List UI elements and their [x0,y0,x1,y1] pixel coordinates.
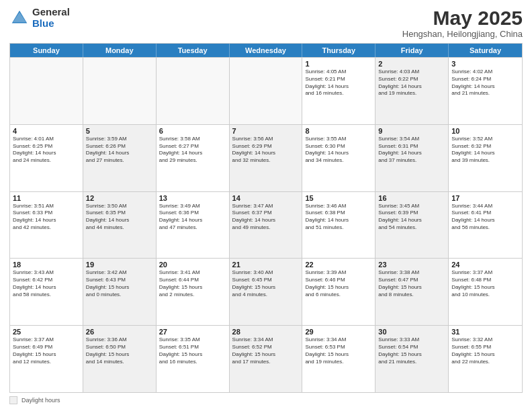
calendar-row-3: 18Sunrise: 3:43 AM Sunset: 6:42 PM Dayli… [10,258,522,325]
cell-text: Sunrise: 4:03 AM Sunset: 6:22 PM Dayligh… [378,68,445,97]
header-day-sunday: Sunday [10,44,83,57]
day-number: 10 [451,127,519,135]
cell-text: Sunrise: 3:58 AM Sunset: 6:27 PM Dayligh… [159,136,226,165]
calendar-cell-day-1: 1Sunrise: 4:05 AM Sunset: 6:21 PM Daylig… [302,58,375,124]
cell-text: Sunrise: 3:44 AM Sunset: 6:41 PM Dayligh… [451,203,519,232]
cell-text: Sunrise: 3:37 AM Sunset: 6:49 PM Dayligh… [13,336,80,365]
calendar-cell-day-28: 28Sunrise: 3:34 AM Sunset: 6:52 PM Dayli… [230,326,303,392]
day-number: 3 [451,60,519,68]
cell-text: Sunrise: 3:33 AM Sunset: 6:54 PM Dayligh… [378,336,445,365]
header-day-monday: Monday [83,44,157,57]
cell-text: Sunrise: 3:34 AM Sunset: 6:53 PM Dayligh… [305,336,372,365]
logo: General Blue [9,7,70,29]
day-number: 22 [305,261,372,269]
calendar-header: SundayMondayTuesdayWednesdayThursdayFrid… [10,44,522,57]
calendar-cell-day-6: 6Sunrise: 3:58 AM Sunset: 6:27 PM Daylig… [157,125,230,191]
day-number: 16 [378,194,445,202]
logo-icon [9,8,30,28]
header-day-tuesday: Tuesday [157,44,230,57]
svg-marker-1 [13,12,26,22]
calendar-body: 1Sunrise: 4:05 AM Sunset: 6:21 PM Daylig… [10,57,522,392]
calendar: SundayMondayTuesdayWednesdayThursdayFrid… [9,43,523,393]
cell-text: Sunrise: 4:01 AM Sunset: 6:25 PM Dayligh… [13,136,80,165]
logo-general: General [32,7,70,18]
calendar-row-2: 11Sunrise: 3:51 AM Sunset: 6:33 PM Dayli… [10,191,522,259]
page: General Blue May 2025 Hengshan, Heilongj… [0,0,532,411]
day-number: 19 [86,261,153,269]
day-number: 8 [305,127,372,135]
day-number: 6 [159,127,226,135]
day-number: 18 [13,261,80,269]
cell-text: Sunrise: 3:56 AM Sunset: 6:29 PM Dayligh… [232,136,300,165]
day-number: 21 [232,261,300,269]
calendar-cell-day-29: 29Sunrise: 3:34 AM Sunset: 6:53 PM Dayli… [302,326,375,392]
day-number: 31 [451,328,519,336]
day-number: 25 [13,328,80,336]
day-number: 26 [86,328,153,336]
day-number: 23 [378,261,445,269]
cell-text: Sunrise: 3:49 AM Sunset: 6:36 PM Dayligh… [159,203,226,232]
day-number: 14 [232,194,300,202]
calendar-row-0: 1Sunrise: 4:05 AM Sunset: 6:21 PM Daylig… [10,57,522,124]
day-number: 29 [305,328,372,336]
calendar-cell-day-31: 31Sunrise: 3:32 AM Sunset: 6:55 PM Dayli… [449,326,522,392]
day-number: 2 [378,60,445,68]
day-number: 20 [159,261,226,269]
header-day-friday: Friday [375,44,449,57]
calendar-cell-day-18: 18Sunrise: 3:43 AM Sunset: 6:42 PM Dayli… [10,259,83,325]
cell-text: Sunrise: 3:39 AM Sunset: 6:46 PM Dayligh… [305,269,372,298]
cell-text: Sunrise: 3:36 AM Sunset: 6:50 PM Dayligh… [86,336,153,365]
cell-text: Sunrise: 3:54 AM Sunset: 6:31 PM Dayligh… [378,136,445,165]
cell-text: Sunrise: 3:35 AM Sunset: 6:51 PM Dayligh… [159,336,226,365]
calendar-cell-day-17: 17Sunrise: 3:44 AM Sunset: 6:41 PM Dayli… [449,192,522,259]
cell-text: Sunrise: 3:34 AM Sunset: 6:52 PM Dayligh… [232,336,300,365]
calendar-cell-day-8: 8Sunrise: 3:55 AM Sunset: 6:30 PM Daylig… [302,125,375,191]
cell-text: Sunrise: 3:59 AM Sunset: 6:26 PM Dayligh… [86,136,153,165]
header: General Blue May 2025 Hengshan, Heilongj… [9,7,523,39]
calendar-cell-day-15: 15Sunrise: 3:46 AM Sunset: 6:38 PM Dayli… [302,192,375,259]
calendar-row-1: 4Sunrise: 4:01 AM Sunset: 6:25 PM Daylig… [10,124,522,191]
calendar-cell-day-26: 26Sunrise: 3:36 AM Sunset: 6:50 PM Dayli… [83,326,157,392]
logo-text: General Blue [32,7,70,29]
cell-text: Sunrise: 3:38 AM Sunset: 6:47 PM Dayligh… [378,269,445,298]
calendar-cell-day-16: 16Sunrise: 3:45 AM Sunset: 6:39 PM Dayli… [375,192,449,259]
calendar-cell-day-23: 23Sunrise: 3:38 AM Sunset: 6:47 PM Dayli… [375,259,449,325]
calendar-cell-day-12: 12Sunrise: 3:50 AM Sunset: 6:35 PM Dayli… [83,192,157,259]
day-number: 1 [305,60,372,68]
header-day-wednesday: Wednesday [230,44,303,57]
calendar-cell-day-2: 2Sunrise: 4:03 AM Sunset: 6:22 PM Daylig… [375,58,449,124]
calendar-cell-empty [230,58,303,124]
calendar-cell-day-30: 30Sunrise: 3:33 AM Sunset: 6:54 PM Dayli… [375,326,449,392]
day-number: 9 [378,127,445,135]
cell-text: Sunrise: 3:43 AM Sunset: 6:42 PM Dayligh… [13,269,80,298]
location: Hengshan, Heilongjiang, China [402,29,523,39]
cell-text: Sunrise: 3:32 AM Sunset: 6:55 PM Dayligh… [451,336,519,365]
day-number: 30 [378,328,445,336]
cell-text: Sunrise: 3:45 AM Sunset: 6:39 PM Dayligh… [378,203,445,232]
calendar-cell-day-5: 5Sunrise: 3:59 AM Sunset: 6:26 PM Daylig… [83,125,157,191]
daylight-label: Daylight hours [21,397,60,404]
cell-text: Sunrise: 3:47 AM Sunset: 6:37 PM Dayligh… [232,203,300,232]
calendar-cell-day-13: 13Sunrise: 3:49 AM Sunset: 6:36 PM Dayli… [157,192,230,259]
title-block: May 2025 Hengshan, Heilongjiang, China [402,7,523,39]
cell-text: Sunrise: 3:46 AM Sunset: 6:38 PM Dayligh… [305,203,372,232]
day-number: 12 [86,194,153,202]
cell-text: Sunrise: 3:41 AM Sunset: 6:44 PM Dayligh… [159,269,226,298]
cell-text: Sunrise: 4:05 AM Sunset: 6:21 PM Dayligh… [305,68,372,97]
calendar-cell-day-11: 11Sunrise: 3:51 AM Sunset: 6:33 PM Dayli… [10,192,83,259]
calendar-cell-day-14: 14Sunrise: 3:47 AM Sunset: 6:37 PM Dayli… [230,192,303,259]
day-number: 11 [13,194,80,202]
day-number: 24 [451,261,519,269]
day-number: 17 [451,194,519,202]
cell-text: Sunrise: 3:37 AM Sunset: 6:48 PM Dayligh… [451,269,519,298]
calendar-cell-day-19: 19Sunrise: 3:42 AM Sunset: 6:43 PM Dayli… [83,259,157,325]
logo-blue: Blue [32,18,70,30]
calendar-cell-day-3: 3Sunrise: 4:02 AM Sunset: 6:24 PM Daylig… [449,58,522,124]
calendar-cell-day-10: 10Sunrise: 3:52 AM Sunset: 6:32 PM Dayli… [449,125,522,191]
month-title: May 2025 [402,7,523,29]
cell-text: Sunrise: 4:02 AM Sunset: 6:24 PM Dayligh… [451,68,519,97]
calendar-cell-day-4: 4Sunrise: 4:01 AM Sunset: 6:25 PM Daylig… [10,125,83,191]
cell-text: Sunrise: 3:52 AM Sunset: 6:32 PM Dayligh… [451,136,519,165]
calendar-cell-empty [157,58,230,124]
calendar-cell-day-22: 22Sunrise: 3:39 AM Sunset: 6:46 PM Dayli… [302,259,375,325]
